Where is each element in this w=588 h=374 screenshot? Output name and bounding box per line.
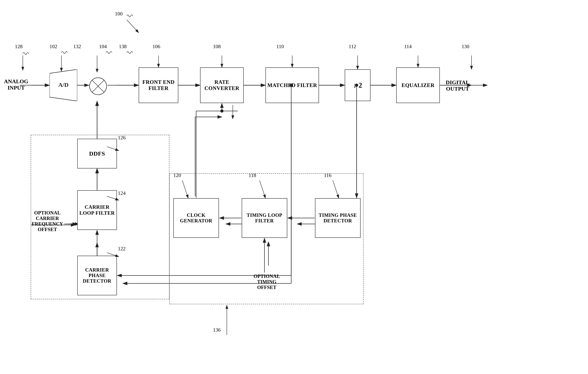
downsample-block: ↓ 2: [345, 69, 370, 101]
ref-102: 102: [50, 43, 57, 50]
rate-converter-block: RATE CONVERTER: [200, 67, 244, 103]
ddfs-block: DDFS: [77, 139, 117, 169]
clock-generator-block: CLOCK GENERATOR: [173, 198, 219, 238]
ref-112: 112: [349, 43, 356, 50]
svg-text:A/D: A/D: [58, 81, 69, 88]
ref-104: 104: [99, 43, 107, 50]
ref-100: 100: [115, 11, 123, 17]
ref-106: 106: [153, 43, 160, 50]
ref-128: 128: [15, 43, 22, 50]
ref-108: 108: [213, 43, 221, 50]
ref-114: 114: [404, 43, 412, 50]
analog-input-label: ANALOG INPUT: [4, 78, 28, 91]
ref-132: 132: [73, 43, 81, 50]
equalizer-block: EQUALIZER: [396, 67, 440, 103]
timing-loop-filter-block: TIMING LOOP FILTER: [242, 198, 287, 238]
front-end-filter-block: FRONT END FILTER: [139, 67, 178, 103]
ref-138: 138: [119, 43, 126, 50]
carrier-phase-detector-block: CARRIER PHASE DETECTOR: [77, 256, 117, 295]
ref-110: 110: [276, 43, 284, 50]
carrier-loop-filter-block: CARRIER LOOP FILTER: [77, 190, 117, 230]
optional-carrier-freq-offset-label: OPTIONAL CARRIER FREQUENCY OFFSET: [32, 210, 63, 232]
timing-phase-detector-block: TIMING PHASE DETECTOR: [315, 198, 361, 238]
matched-filter-block: MATCHED FILTER: [265, 67, 319, 103]
optional-timing-offset-label: OPTIONAL TIMING OFFSET: [253, 274, 280, 290]
digital-output-label: DIGITAL OUTPUT: [446, 79, 469, 92]
ref-136: 136: [213, 327, 221, 333]
ref-130: 130: [462, 43, 469, 50]
